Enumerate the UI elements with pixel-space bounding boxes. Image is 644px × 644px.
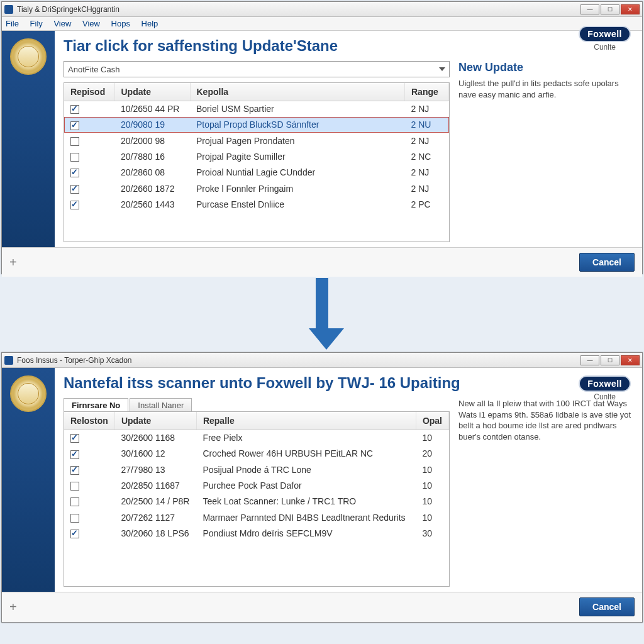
table-row[interactable]: 30/2060 18 LPS6Pondiust Mdro deïris SEFC… — [64, 525, 449, 541]
menu-file[interactable]: File — [6, 19, 19, 28]
tabstrip: Firnrsare No Install Naner — [64, 398, 450, 412]
table-row[interactable]: 20/7880 16Projpal Pagite Sumiller2 NC — [64, 148, 449, 164]
brand-badge: Foxwell Cunlte — [579, 26, 631, 52]
table-row[interactable]: 30/2600 1168Free Pielx10 — [64, 430, 449, 446]
tab-firmware[interactable]: Firnrsare No — [64, 398, 128, 412]
close-button[interactable]: ✕ — [621, 355, 640, 365]
brand-emblem-icon — [10, 375, 47, 412]
row-checkbox[interactable] — [70, 530, 79, 538]
cell-description: Projpal Pagite Sumiller — [190, 148, 405, 164]
updates-table: Repisod Update Kepolla Range 10/2650 44 … — [64, 82, 450, 242]
arrow-down-icon — [309, 278, 335, 350]
table-row[interactable]: 20/9080 19Ptopal Propd BluckSD Sánnfter2… — [64, 117, 449, 133]
table-row[interactable]: 20/2660 1872Proke l Fonnler Pringaim2 NJ — [64, 180, 449, 196]
cell-range: 20 — [416, 446, 448, 462]
window-controls: — ☐ ✕ — [580, 4, 640, 14]
minimize-button[interactable]: — — [580, 355, 599, 365]
row-checkbox[interactable] — [70, 169, 79, 177]
col-reloston[interactable]: Reloston — [64, 412, 114, 430]
table-row[interactable]: 20/2850 11687Purchee Pock Past Dafor10 — [64, 477, 449, 493]
side-heading: New Update — [458, 61, 633, 74]
col-repalle[interactable]: Repalle — [196, 412, 416, 430]
table-row[interactable]: 20/2500 14 / P8RTeek Loat Scanner: Lunke… — [64, 494, 449, 509]
row-checkbox[interactable] — [70, 482, 79, 491]
maximize-button[interactable]: ☐ — [601, 355, 619, 365]
titlebar[interactable]: Tialy & DriSpringekCHggrantin — ☐ ✕ — [2, 2, 642, 17]
side-description: Uigllest the pull'd in lits pedacts sofe… — [458, 78, 633, 100]
firmware-table: Reloston Update Repalle Opal 30/2600 116… — [64, 411, 450, 587]
col-range[interactable]: Range — [405, 83, 449, 101]
row-checkbox[interactable] — [70, 105, 79, 114]
menubar: File Fily View View Hops Help — [2, 17, 642, 31]
cell-range: 10 — [416, 494, 448, 509]
cancel-button[interactable]: Cancel — [579, 253, 635, 272]
content-row: AnotFite Cash Repisod Update Kepolla Ran… — [64, 61, 633, 242]
col-repisod[interactable]: Repisod — [64, 83, 114, 101]
sidebar — [2, 368, 55, 592]
row-checkbox[interactable] — [70, 466, 79, 475]
footer: + Cancel — [2, 247, 642, 277]
add-button[interactable]: + — [9, 600, 17, 614]
cell-update: 20/2660 1872 — [114, 180, 190, 196]
col-update[interactable]: Update — [114, 83, 190, 101]
side-panel: New Update Uigllest the pull'd in lits p… — [458, 61, 633, 242]
cell-update: 20/7262 1127 — [114, 509, 196, 525]
window-title: Foos Inssus - Torper-Ghip Xcadon — [17, 356, 580, 365]
cell-range: 2 NJ — [405, 165, 449, 180]
cell-range: 2 NC — [405, 148, 449, 164]
close-button[interactable]: ✕ — [621, 4, 640, 14]
side-description: New all la Il pleiw that with 100 IRCT d… — [458, 398, 633, 442]
cell-range: 2 PC — [405, 196, 449, 212]
row-checkbox[interactable] — [70, 514, 79, 523]
row-checkbox[interactable] — [70, 450, 79, 459]
cancel-button[interactable]: Cancel — [579, 597, 635, 616]
table-row[interactable]: 20/2560 1443Purcase Enstel Dnliice2 PC — [64, 196, 449, 212]
col-update[interactable]: Update — [114, 412, 196, 430]
app-icon — [4, 356, 13, 365]
minimize-button[interactable]: — — [580, 4, 599, 14]
cell-range: 30 — [416, 525, 448, 541]
col-kepolla[interactable]: Kepolla — [190, 83, 405, 101]
add-button[interactable]: + — [9, 255, 17, 270]
menu-view1[interactable]: View — [53, 19, 71, 28]
cell-range: 2 NJ — [405, 101, 449, 117]
window-update-list: Tialy & DriSpringekCHggrantin — ☐ ✕ File… — [1, 1, 643, 274]
cell-description: Teek Loat Scanner: Lunke / TRC1 TRO — [196, 494, 416, 509]
row-checkbox[interactable] — [70, 137, 79, 146]
table-row[interactable]: 10/2650 44 PRBoriel USM Spartier2 NJ — [64, 101, 449, 117]
chevron-down-icon — [439, 67, 445, 71]
menu-fily[interactable]: Fily — [30, 19, 43, 28]
menu-view2[interactable]: View — [82, 19, 100, 28]
table-row[interactable]: 20/7262 1127Marmaer Parnnted DNI B4BS Le… — [64, 509, 449, 525]
app-body: Nantefal itss scanner unto Foxwell by TW… — [2, 368, 642, 592]
col-opal[interactable]: Opal — [416, 412, 448, 430]
table-row[interactable]: 30/1600 12Croched Rower 46H URBUSH PEitL… — [64, 446, 449, 462]
table-row[interactable]: 27/7980 13Posijual Pnode á TRC Lone10 — [64, 462, 449, 477]
cell-range: 2 NU — [405, 117, 449, 133]
row-checkbox[interactable] — [70, 185, 79, 194]
row-checkbox[interactable] — [70, 434, 79, 443]
row-checkbox[interactable] — [70, 201, 79, 209]
flow-arrow — [0, 278, 644, 350]
cell-update: 20/9080 19 — [114, 117, 190, 133]
cell-update: 20/2000 98 — [114, 133, 190, 148]
tab-install[interactable]: Install Naner — [130, 398, 192, 412]
cell-range: 10 — [416, 509, 448, 525]
titlebar[interactable]: Foos Inssus - Torper-Ghip Xcadon — ☐ ✕ — [2, 353, 642, 368]
left-pane: Firnrsare No Install Naner Reloston Upda… — [64, 398, 450, 587]
cell-description: Projual Pagen Prondaten — [190, 133, 405, 148]
menu-help[interactable]: Help — [142, 19, 158, 28]
maximize-button[interactable]: ☐ — [601, 4, 619, 14]
row-checkbox[interactable] — [70, 153, 79, 162]
brand-logo: Foxwell — [579, 26, 631, 42]
brand-subtext: Cunlte — [594, 43, 616, 52]
table-row[interactable]: 20/2000 98Projual Pagen Prondaten2 NJ — [64, 133, 449, 148]
cell-range: 10 — [416, 430, 448, 446]
cell-description: Marmaer Parnnted DNI B4BS Leadltnerant R… — [196, 509, 416, 525]
row-checkbox[interactable] — [70, 121, 79, 130]
menu-hops[interactable]: Hops — [111, 19, 130, 28]
filter-combobox[interactable]: AnotFite Cash — [64, 61, 450, 77]
cell-update: 20/2860 08 — [114, 165, 190, 180]
row-checkbox[interactable] — [70, 497, 79, 506]
table-row[interactable]: 20/2860 08Proioal Nuntial Lagie CUndder2… — [64, 165, 449, 180]
